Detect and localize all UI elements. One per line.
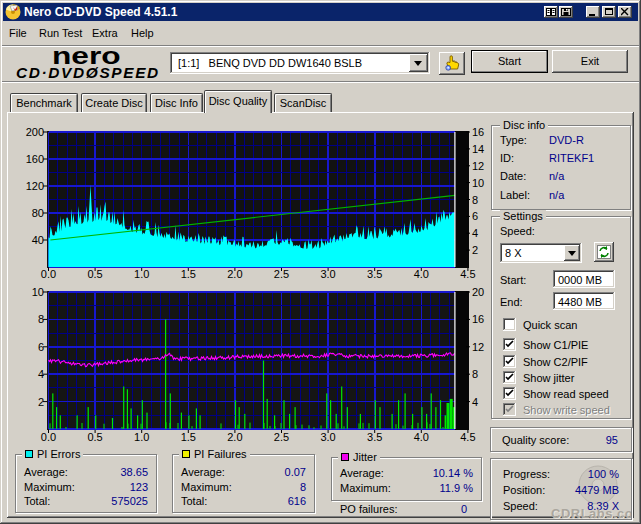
svg-text:40: 40 xyxy=(32,234,44,246)
svg-text:6: 6 xyxy=(472,210,478,222)
svg-text:2: 2 xyxy=(472,244,478,256)
svg-text:120: 120 xyxy=(26,180,44,192)
svg-text:16: 16 xyxy=(472,126,484,138)
svg-text:14: 14 xyxy=(472,143,484,155)
svg-text:12: 12 xyxy=(472,341,484,353)
svg-text:12: 12 xyxy=(472,160,484,172)
svg-text:20: 20 xyxy=(472,286,484,298)
svg-text:4: 4 xyxy=(472,227,478,239)
svg-text:8: 8 xyxy=(472,368,478,380)
svg-text:16: 16 xyxy=(472,313,484,325)
svg-text:80: 80 xyxy=(32,207,44,219)
svg-text:4: 4 xyxy=(472,396,478,408)
svg-text:10: 10 xyxy=(32,286,44,298)
svg-text:8: 8 xyxy=(472,194,478,206)
svg-text:200: 200 xyxy=(26,126,44,138)
svg-text:160: 160 xyxy=(26,153,44,165)
svg-text:10: 10 xyxy=(472,177,484,189)
